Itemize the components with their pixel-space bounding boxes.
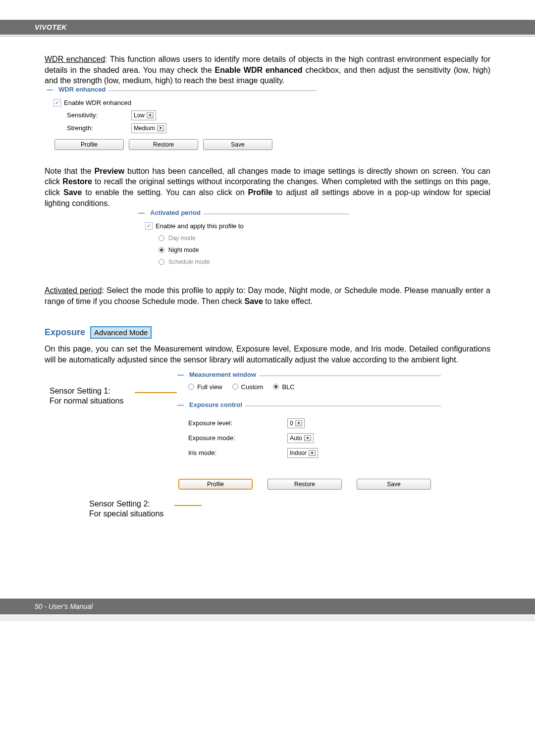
sensor-setting-2-label: Sensor Setting 2: For special situations [89,499,163,520]
sensitivity-select[interactable]: Low ▾ [131,110,156,120]
sensor-setting-1-label: Sensor Setting 1: For normal situations [50,386,123,407]
chevron-down-icon: ▾ [309,450,316,456]
radio-icon[interactable] [159,247,164,253]
radio-icon[interactable] [188,384,194,390]
activated-period-panel: — Activated period ✓ Enable and apply th… [136,213,349,275]
enable-wdr-label: Enable WDR enhanced [64,99,131,106]
measurement-title: Measurement window [186,371,259,378]
sensitivity-label: Sensitivity: [67,111,131,119]
exposure-title: Exposure [45,327,85,338]
enable-wdr-row[interactable]: ✓ Enable WDR enhanced [45,99,317,106]
brand: VIVOTEK [35,23,67,31]
activated-title: Activated period [147,209,204,216]
measurement-window-panel: — Measurement window Full view Custom BL… [178,375,441,398]
collapse-icon[interactable]: — [45,86,55,93]
footer-bar: 50 - User's Manual [0,599,535,614]
restore-button[interactable]: Restore [129,139,198,150]
schedule-mode-row[interactable]: Schedule mode [136,258,349,265]
sensitivity-row: Sensitivity: Low ▾ [45,110,317,120]
iris-mode-select[interactable]: Indoor ▾ [287,448,318,458]
checkbox-icon[interactable]: ✓ [54,99,61,106]
radio-icon[interactable] [159,259,164,265]
strength-label: Strength: [67,124,131,132]
sensor-diagram: Sensor Setting 1: For normal situations … [45,375,490,490]
profile-button[interactable]: Profile [54,139,124,150]
note-paragraph: Note that the Preview button has been ca… [45,166,490,208]
callout-line [135,392,177,393]
enable-profile-label: Enable and apply this profile to [156,222,244,230]
exposure-control-title: Exposure control [186,401,245,408]
collapse-icon[interactable]: — [136,209,147,216]
night-mode-row[interactable]: Night mode [136,247,349,253]
exposure-intro: On this page, you can set the Measuremen… [45,344,490,365]
restore-button[interactable]: Restore [268,479,342,490]
radio-icon[interactable] [273,384,279,390]
advanced-mode-badge: Advanced Mode [90,326,152,339]
blc-radio[interactable]: BLC [273,383,294,391]
custom-radio[interactable]: Custom [232,383,264,391]
exposure-control-panel: — Exposure control Exposure level: 0 ▾ E… [178,405,441,470]
day-mode-row[interactable]: Day mode [136,235,349,242]
save-button[interactable]: Save [203,139,272,150]
strength-select[interactable]: Medium ▾ [131,123,166,133]
page-number: 50 - User's Manual [35,603,93,610]
header-bar: VIVOTEK [0,20,535,35]
iris-mode-label: Iris mode: [188,449,287,456]
exposure-level-select[interactable]: 0 ▾ [287,418,305,428]
checkbox-icon[interactable]: ✓ [145,222,153,230]
radio-icon[interactable] [159,235,164,241]
callout-line [174,505,202,506]
save-button[interactable]: Save [357,479,431,490]
collapse-icon[interactable]: — [175,371,186,378]
exposure-mode-select[interactable]: Auto ▾ [287,433,314,443]
exposure-mode-label: Exposure mode: [188,434,287,442]
enable-profile-row[interactable]: ✓ Enable and apply this profile to [136,222,349,230]
wdr-intro-heading: WDR enchanced [45,55,105,63]
chevron-down-icon: ▾ [295,420,302,426]
wdr-panel-title: WDR enhanced [55,86,108,93]
profile-button[interactable]: Profile [178,479,253,490]
exposure-level-label: Exposure level: [188,419,287,427]
full-view-radio[interactable]: Full view [188,383,222,391]
exposure-heading: Exposure Advanced Mode [45,326,490,339]
wdr-panel: — WDR enhanced ✓ Enable WDR enhanced Sen… [45,90,317,156]
chevron-down-icon: ▾ [147,112,154,118]
footer-rule [0,615,535,621]
strength-row: Strength: Medium ▾ [45,123,317,133]
chevron-down-icon: ▾ [304,435,311,441]
wdr-intro-paragraph: WDR enchanced: This function allows user… [45,54,490,86]
activated-paragraph: Activated period: Select the mode this p… [45,285,490,306]
radio-icon[interactable] [232,384,238,390]
collapse-icon[interactable]: — [175,401,186,408]
chevron-down-icon: ▾ [157,125,164,131]
